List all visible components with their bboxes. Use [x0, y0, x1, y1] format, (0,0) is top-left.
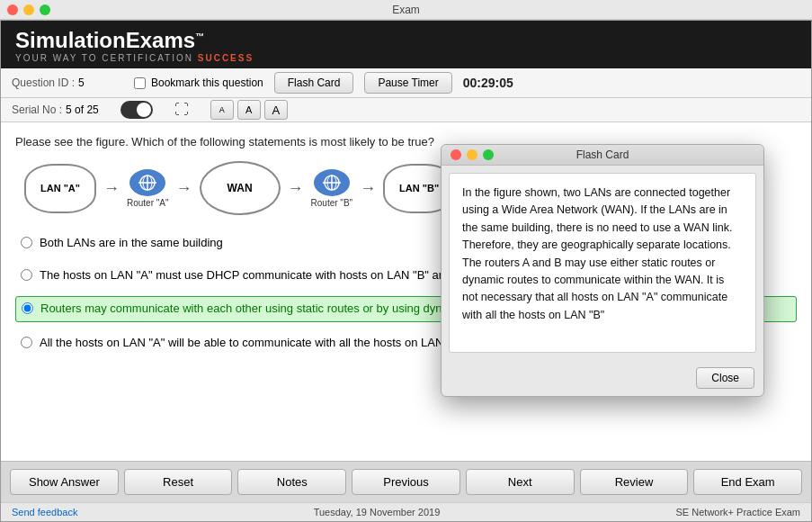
timer-display: 00:29:05 [463, 76, 526, 90]
bookmark-area: Bookmark this question [134, 76, 263, 89]
bookmark-checkbox[interactable] [134, 77, 146, 89]
window-close-button[interactable] [7, 4, 18, 15]
answer-radio-1[interactable] [21, 237, 32, 248]
question-id-value: 5 [78, 76, 85, 89]
status-exam-name: SE Network+ Practice Exam [676, 507, 800, 518]
answer-radio-4[interactable] [21, 337, 32, 348]
router-a-label: Router "A" [127, 198, 169, 208]
font-large-button[interactable]: A [264, 100, 288, 120]
window-maximize-button[interactable] [40, 4, 50, 15]
arrow-2: → [176, 179, 192, 198]
status-date: Tuesday, 19 November 2019 [314, 507, 441, 518]
question-meta: Question ID : 5 [12, 76, 120, 89]
previous-button[interactable]: Previous [352, 469, 460, 495]
serial-no-label: Serial No : [12, 104, 62, 116]
router-b: Router "B" [311, 169, 353, 208]
question-id-row: Question ID : 5 [12, 76, 120, 89]
window-minimize-button[interactable] [23, 4, 34, 15]
arrow-1: → [103, 179, 120, 198]
router-b-icon [314, 169, 350, 196]
answer-text-3: Routers may communicate with each other … [40, 301, 505, 317]
end-exam-button[interactable]: End Exam [693, 469, 802, 495]
question-id-label: Question ID : [12, 76, 75, 89]
meta-center: Bookmark this question Flash Card Pause … [134, 72, 800, 94]
brand-title: SimulationExams™ [15, 28, 797, 53]
next-button[interactable]: Next [466, 469, 575, 495]
bookmark-label: Bookmark this question [151, 76, 263, 89]
font-small-button[interactable]: A [210, 100, 234, 120]
meta-bar-1: Question ID : 5 Bookmark this question F… [1, 68, 811, 98]
reset-button[interactable]: Reset [124, 469, 233, 495]
pause-timer-button[interactable]: Pause Timer [364, 72, 451, 94]
lan-a-cloud: LAN "A" [24, 164, 96, 213]
flash-card-title: Flash Card [576, 148, 629, 161]
flash-card-modal[interactable]: Flash Card In the figure shown, two LANs… [441, 144, 764, 397]
title-bar: Exam [0, 0, 812, 20]
brand-header: SimulationExams™ YOUR WAY TO CERTIFICATI… [1, 21, 811, 68]
answer-text-4: All the hosts on LAN "A" will be able to… [40, 335, 463, 351]
meta-bar-2: Serial No : 5 of 25 ⛶ A A A [1, 98, 811, 122]
modal-close-window-button[interactable] [451, 149, 461, 160]
bottom-toolbar: Show Answer Reset Notes Previous Next Re… [1, 461, 811, 502]
window-title: Exam [392, 4, 420, 16]
arrow-3: → [288, 179, 304, 198]
review-button[interactable]: Review [580, 469, 689, 495]
font-medium-button[interactable]: A [237, 100, 261, 120]
router-a-icon [129, 169, 165, 196]
brand-subtitle: YOUR WAY TO CERTIFICATION SUCCESS [15, 53, 797, 63]
expand-icon[interactable]: ⛶ [174, 102, 189, 118]
flash-card-content: In the figure shown, two LANs are connec… [449, 173, 756, 353]
answer-radio-2[interactable] [21, 269, 32, 281]
router-a: Router "A" [127, 169, 169, 208]
serial-no-row: Serial No : 5 of 25 [12, 104, 99, 116]
flash-card-title-bar: Flash Card [442, 145, 763, 166]
answer-radio-3[interactable] [22, 302, 33, 314]
router-b-label: Router "B" [311, 198, 353, 208]
flash-card-close-button[interactable]: Close [696, 367, 754, 389]
status-bar: Send feedback Tuesday, 19 November 2019 … [1, 502, 811, 521]
flash-card-footer: Close [442, 360, 763, 396]
notes-button[interactable]: Notes [237, 469, 346, 495]
modal-minimize-button[interactable] [467, 149, 477, 160]
modal-window-controls[interactable] [451, 149, 494, 160]
flash-card-button[interactable]: Flash Card [274, 72, 354, 94]
answer-text-1: Both LANs are in the same building [40, 235, 223, 251]
font-size-controls: A A A [210, 100, 288, 120]
toggle-switch[interactable] [120, 101, 153, 119]
window-controls[interactable] [7, 4, 50, 15]
feedback-link[interactable]: Send feedback [12, 507, 77, 518]
arrow-4: → [360, 179, 376, 198]
modal-maximize-button[interactable] [483, 149, 494, 160]
serial-no-value: 5 of 25 [66, 104, 99, 116]
wan-cloud: WAN [200, 161, 281, 215]
show-answer-button[interactable]: Show Answer [10, 469, 119, 495]
